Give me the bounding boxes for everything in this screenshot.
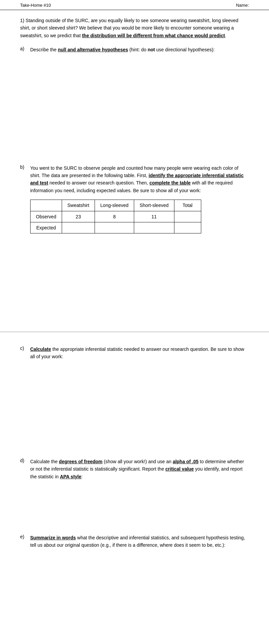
sub-q-c-content: Calculate the appropriate inferential st…: [30, 345, 249, 454]
sub-q-b-letter: b): [20, 164, 30, 170]
sub-e-answer-space: [30, 549, 249, 589]
header-title: Take-Home #10: [20, 3, 51, 8]
table-cell-observed-sweatshirt: 23: [62, 211, 95, 222]
table-cell-expected-long: [95, 222, 134, 233]
sub-question-a: a) Describe the null and alternative hyp…: [20, 46, 249, 161]
sub-a-answer-space: [30, 54, 249, 161]
sub-q-e-content: Summarize in words what the descriptive …: [30, 534, 249, 589]
sub-d-underline-1: degrees of freedom: [59, 459, 103, 464]
sub-a-underline: null and alternative hypotheses: [58, 47, 128, 52]
sub-d-answer-space: [30, 480, 249, 531]
intro-text-end: .: [225, 33, 226, 38]
table-cell-expected-sweatshirt: [62, 222, 95, 233]
sub-a-text-start: Describe the: [30, 47, 58, 52]
sub-e-underline-bold: Summarize in words: [30, 535, 76, 540]
sub-q-e-letter: e): [20, 534, 30, 539]
sub-q-d-letter: d): [20, 458, 30, 463]
sub-c-underline-bold: Calculate: [30, 346, 51, 352]
page-one-content: 1) Standing outside of the SURC, are you…: [0, 10, 269, 332]
sub-q-b-content: You went to the SURC to observe people a…: [30, 164, 249, 324]
sub-a-text-mid: (hint: do: [128, 47, 148, 52]
sub-q-a-content: Describe the null and alternative hypoth…: [30, 46, 249, 161]
sub-c-text-end: the appropriate inferential statistic ne…: [30, 346, 244, 359]
table-header-short-sleeved: Short-sleeved: [134, 200, 174, 211]
sub-question-c: c) Calculate the appropriate inferential…: [20, 345, 249, 454]
table-header-empty: [31, 200, 62, 211]
table-cell-observed-total: [174, 211, 201, 222]
table-cell-expected-total: [174, 222, 201, 233]
sub-d-text-mid1: (show all your work!) and use an: [103, 459, 173, 464]
page-two-content: c) Calculate the appropriate inferential…: [0, 332, 269, 599]
table-cell-observed-long: 8: [95, 211, 134, 222]
table-cell-expected-short: [134, 222, 174, 233]
sub-d-underline-3: critical value: [165, 466, 194, 472]
table-header-row: Sweatshirt Long-sleeved Short-sleeved To…: [31, 200, 201, 211]
sub-d-text-end: :: [82, 474, 83, 479]
table-header-long-sleeved: Long-sleeved: [95, 200, 134, 211]
data-table: Sweatshirt Long-sleeved Short-sleeved To…: [30, 200, 201, 233]
sub-q-c-letter: c): [20, 345, 30, 351]
header-name: Name:: [236, 3, 249, 8]
question-intro: 1) Standing outside of the SURC, are you…: [20, 17, 249, 39]
sub-question-d: d) Calculate the degrees of freedom (sho…: [20, 458, 249, 531]
table-row-observed: Observed 23 8 11: [31, 211, 201, 222]
table-row-expected-label: Expected: [31, 222, 62, 233]
sub-b-text-mid: needed to answer our research question. …: [48, 180, 150, 185]
page-header: Take-Home #10 Name:: [0, 0, 269, 10]
sub-d-underline-2: alpha of .05: [173, 459, 199, 464]
sub-c-answer-space: [30, 361, 249, 454]
sub-q-a-letter: a): [20, 46, 30, 51]
table-header-total: Total: [174, 200, 201, 211]
table-row-expected: Expected: [31, 222, 201, 233]
sub-question-e: e) Summarize in words what the descripti…: [20, 534, 249, 589]
sub-question-b: b) You went to the SURC to observe peopl…: [20, 164, 249, 324]
table-row-observed-label: Observed: [31, 211, 62, 222]
table-header-sweatshirt: Sweatshirt: [62, 200, 95, 211]
sub-a-text-end: use directional hypotheses):: [155, 47, 215, 52]
sub-b-underline-2: complete the table: [149, 180, 191, 185]
sub-a-bold-not: not: [148, 47, 155, 52]
sub-d-underline-4: APA style: [60, 474, 82, 479]
sub-b-answer-space: [30, 237, 249, 324]
sub-q-d-content: Calculate the degrees of freedom (show a…: [30, 458, 249, 531]
intro-bold-underline: the distribution will be different from …: [82, 33, 225, 38]
table-cell-observed-short: 11: [134, 211, 174, 222]
page-container: Take-Home #10 Name: 1) Standing outside …: [0, 0, 269, 599]
sub-d-text-start: Calculate the: [30, 459, 59, 464]
